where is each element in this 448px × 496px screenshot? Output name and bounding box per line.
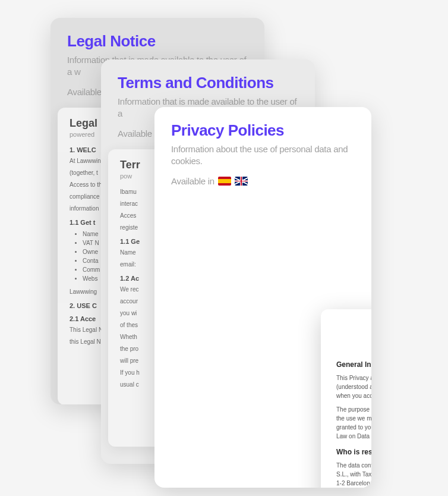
general-info-paragraph: This Privacy and Cookies Policy applies … <box>336 373 371 400</box>
responsible-paragraph: The data controller for the personal dat… <box>336 461 371 488</box>
responsible-heading: Who is responsible? <box>336 448 371 456</box>
privacy-available: Available in <box>171 176 355 186</box>
privacy-title: Privacy Policies <box>171 121 355 140</box>
privacy-header: Privacy Policies Information about the u… <box>154 107 371 194</box>
privacy-doc-title: Privacy Policies and Cookies <box>336 324 371 337</box>
general-info-heading: General Information <box>336 360 371 369</box>
legal-notice-title: Legal Notice <box>67 32 248 51</box>
available-label: Available in <box>171 176 214 186</box>
privacy-doc-overlay: Privacy Policies and Cookies powered by … <box>321 309 371 488</box>
general-info-paragraph: The purpose of this Privacy and Cookies … <box>336 405 371 441</box>
privacy-subtitle: Information about the use of personal da… <box>171 143 355 168</box>
flag-spain-icon[interactable] <box>218 177 231 186</box>
privacy-policies-card: Privacy Policies Information about the u… <box>154 107 371 488</box>
terms-title: Terms and Conditions <box>118 74 298 92</box>
flag-uk-icon[interactable] <box>235 177 248 186</box>
privacy-doc-powered: powered by Lawwwing <box>336 338 371 346</box>
available-label: Available <box>118 128 152 139</box>
